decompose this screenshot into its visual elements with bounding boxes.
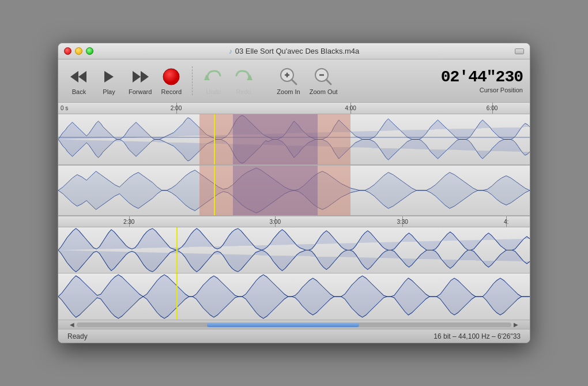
cursor-position-value: 02'44"230 (441, 68, 523, 86)
status-ready: Ready (67, 332, 88, 340)
svg-line-14 (326, 80, 331, 84)
zoomed-label-230: 2:30 (123, 219, 134, 225)
minimize-button[interactable] (75, 47, 82, 55)
back-button[interactable]: Back (65, 64, 93, 98)
forward-label: Forward (129, 88, 152, 95)
overview-waveform-bottom[interactable] (58, 165, 530, 216)
maximize-button[interactable] (86, 47, 93, 55)
zoom-in-icon (278, 66, 299, 87)
scroll-right-arrow[interactable]: ▶ (511, 321, 521, 328)
scrollbar-track[interactable] (77, 323, 511, 327)
window-title: ♪ 03 Elle Sort Qu'avec Des Blacks.m4a (229, 47, 360, 55)
zoomed-waveform-bottom[interactable] (58, 273, 530, 320)
music-note-icon: ♪ (229, 47, 232, 55)
waveform-svg-bottom (58, 166, 530, 215)
undo-button[interactable]: Undo (199, 64, 227, 98)
redo-label: Redo (236, 88, 251, 95)
zoom-out-button[interactable]: Zoom Out (306, 64, 341, 98)
zoomed-label-330: 3:30 (397, 219, 408, 225)
main-window: ♪ 03 Elle Sort Qu'avec Des Blacks.m4a Ba… (58, 43, 530, 343)
play-button[interactable]: Play (95, 64, 123, 98)
undo-label: Undo (206, 88, 221, 95)
toolbar: Back Play Forward (58, 59, 530, 103)
zoomed-ruler[interactable]: 2:30 3:00 3:30 4: (58, 216, 530, 227)
overview-ruler[interactable]: 0 s 2:00 4:00 6:00 (58, 103, 530, 114)
waveform-svg-top: // We'll use a static polyline instead (58, 114, 530, 164)
zoomed-waveform-top[interactable] (58, 227, 530, 273)
zoomed-label-300: 3:00 (270, 219, 281, 225)
zoom-in-label: Zoom In (277, 88, 300, 95)
redo-icon (233, 66, 254, 87)
svg-marker-1 (78, 71, 86, 83)
forward-button[interactable]: Forward (125, 64, 155, 98)
status-info: 16 bit – 44,100 Hz – 6'26"33 (434, 332, 521, 340)
scrollbar-thumb[interactable] (207, 323, 359, 327)
svg-marker-2 (104, 71, 114, 83)
zoom-out-icon (313, 66, 334, 87)
toolbar-separator (192, 66, 193, 95)
scroll-left-arrow[interactable]: ◀ (67, 321, 77, 328)
titlebar: ♪ 03 Elle Sort Qu'avec Des Blacks.m4a (58, 43, 530, 59)
zoomed-label-400: 4: (504, 219, 508, 225)
scrollbar-area: ◀ ▶ (58, 320, 530, 329)
zoomed-ruler-marks: 2:30 3:00 3:30 4: (58, 216, 530, 227)
zoom-out-label: Zoom Out (310, 88, 338, 95)
ruler-mark-0s: 0 s (61, 105, 68, 111)
zoomed-svg-bottom (58, 273, 530, 320)
ruler-label-4min: 4:00 (345, 105, 356, 111)
back-icon (69, 66, 89, 87)
svg-point-5 (163, 69, 179, 85)
record-button[interactable]: Record (157, 64, 185, 98)
ruler-marks: 0 s 2:00 4:00 6:00 (58, 103, 530, 114)
ruler-label-6min: 6:00 (487, 105, 497, 111)
forward-icon (130, 66, 150, 87)
play-label: Play (103, 88, 115, 95)
record-label: Record (161, 88, 182, 95)
zoom-in-button[interactable]: Zoom In (273, 64, 303, 98)
svg-line-11 (292, 80, 296, 84)
undo-icon (203, 66, 224, 87)
close-button[interactable] (64, 47, 71, 55)
back-label: Back (72, 88, 86, 95)
cursor-position-label: Cursor Position (480, 87, 523, 93)
record-icon (161, 66, 182, 87)
play-icon (99, 66, 119, 87)
traffic-lights (64, 47, 93, 55)
ruler-label-2min: 2:00 (171, 105, 182, 111)
svg-marker-3 (133, 71, 141, 83)
overview-waveform-top[interactable]: // We'll use a static polyline instead (58, 114, 530, 165)
statusbar: Ready 16 bit – 44,100 Hz – 6'26"33 (58, 329, 530, 343)
svg-marker-0 (70, 71, 78, 83)
svg-marker-4 (141, 71, 149, 83)
collapse-button[interactable] (515, 48, 524, 54)
redo-button[interactable]: Redo (229, 64, 257, 98)
zoomed-svg-top (58, 227, 530, 273)
